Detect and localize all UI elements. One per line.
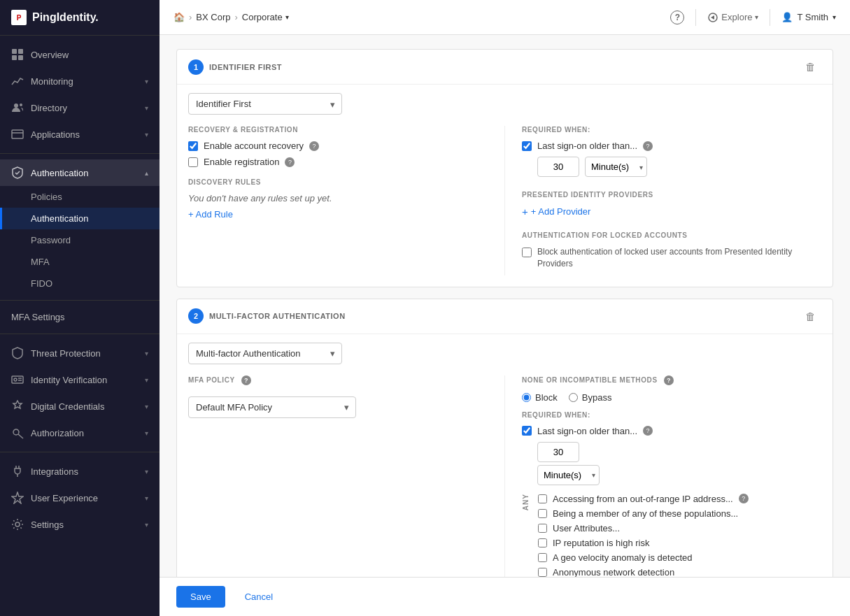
step-badge-2: 2	[188, 308, 204, 324]
last-signon-label-2[interactable]: Last sign-on older than...	[537, 426, 637, 436]
sidebar-item-authentication[interactable]: Authentication ▴	[0, 159, 160, 186]
mfa-policy-dropdown[interactable]: Default MFA Policy	[188, 396, 356, 418]
condition-checkbox-5[interactable]	[538, 568, 547, 577]
logo-area: P PingIdentity.	[0, 0, 160, 36]
sidebar-sub-fido[interactable]: FIDO	[0, 273, 160, 294]
save-button[interactable]: Save	[176, 586, 225, 608]
delete-block-2-button[interactable]: 🗑	[800, 308, 821, 325]
sidebar-item-overview[interactable]: Overview	[0, 41, 160, 68]
last-signon-value-1[interactable]	[537, 157, 579, 177]
explore-button[interactable]: Explore ▾	[707, 12, 758, 23]
bypass-radio-label: Bypass	[582, 392, 612, 403]
sidebar-item-applications[interactable]: Applications ▾	[0, 121, 160, 148]
sidebar-item-authorization[interactable]: Authorization ▾	[0, 420, 160, 446]
last-signon-help-icon-2[interactable]: ?	[643, 426, 653, 436]
sidebar-sub-policies[interactable]: Policies	[0, 186, 160, 208]
selector-select-2[interactable]: Multi-factor Authentication	[188, 343, 342, 364]
none-incompatible-help-icon[interactable]: ?	[664, 375, 674, 385]
last-signon-unit-wrap-1[interactable]: Minute(s) Hour(s) Day(s)	[585, 157, 647, 177]
sidebar-mfa-settings-label: MFA Settings	[11, 312, 65, 322]
last-signon-checkbox-1[interactable]	[522, 141, 532, 151]
key-icon	[11, 427, 24, 439]
bypass-radio[interactable]	[569, 393, 578, 402]
last-signon-unit-select-1[interactable]: Minute(s) Hour(s) Day(s)	[585, 157, 647, 177]
breadcrumb-org[interactable]: BX Corp	[196, 12, 230, 22]
last-signon-unit-wrap-2[interactable]: Minute(s) Hour(s) Day(s)	[537, 465, 600, 485]
selector-dropdown-2[interactable]: Multi-factor Authentication	[188, 343, 342, 364]
mfa-policy-section-label: MFA POLICY ?	[188, 375, 488, 385]
condition-label-0: Accessing from an out-of-range IP addres…	[553, 494, 733, 504]
sidebar-item-overview-label: Overview	[31, 50, 69, 60]
required-when-section-2: REQUIRED WHEN: Last sign-on older than..…	[522, 411, 821, 485]
breadcrumb-env-chevron: ▾	[285, 13, 289, 21]
sidebar-item-user-experience[interactable]: User Experience ▾	[0, 485, 160, 511]
enable-account-recovery-checkbox[interactable]	[188, 141, 198, 151]
last-signon-help-icon-1[interactable]: ?	[643, 141, 653, 151]
sidebar-item-monitoring-label: Monitoring	[31, 76, 73, 87]
svg-marker-15	[12, 492, 23, 503]
delete-block-1-button[interactable]: 🗑	[800, 58, 821, 76]
selector-dropdown-1[interactable]: Identifier First	[188, 93, 342, 115]
required-when-label-1: REQUIRED WHEN:	[522, 126, 821, 134]
help-button[interactable]: ?	[670, 10, 684, 24]
last-signon-label-1[interactable]: Last sign-on older than...	[537, 141, 637, 151]
main-area: 🏠 › BX Corp › Corporate ▾ ? Explore ▾ 👤 …	[160, 0, 850, 616]
applications-chevron: ▾	[145, 131, 148, 138]
sidebar-item-applications-label: Applications	[31, 129, 80, 140]
step-title-1: IDENTIFIER FIRST	[209, 63, 282, 71]
logo-icon: P	[11, 10, 27, 25]
user-menu[interactable]: 👤 T Smith ▾	[781, 12, 836, 22]
block-radio[interactable]	[522, 393, 531, 402]
bypass-radio-option[interactable]: Bypass	[569, 392, 612, 403]
policy-block-2: 2 MULTI-FACTOR AUTHENTICATION 🗑 Multi-fa…	[176, 299, 833, 577]
none-incompatible-section: NONE OR INCOMPATIBLE METHODS ? Block Byp…	[522, 375, 821, 403]
block-radio-option[interactable]: Block	[522, 392, 558, 403]
sidebar-item-integrations[interactable]: Integrations ▾	[0, 458, 160, 485]
enable-account-recovery-label[interactable]: Enable account recovery	[204, 141, 304, 151]
condition-checkbox-0[interactable]	[538, 494, 547, 503]
sidebar-item-directory[interactable]: Directory ▾	[0, 94, 160, 121]
none-incompatible-radio-group: Block Bypass	[522, 392, 821, 403]
shield-icon	[11, 347, 24, 359]
last-signon-value-2[interactable]	[537, 442, 579, 462]
breadcrumb-env[interactable]: Corporate ▾	[242, 12, 289, 22]
home-icon[interactable]: 🏠	[173, 12, 185, 22]
sidebar-item-settings[interactable]: Settings ▾	[0, 511, 160, 538]
add-provider-label: + Add Provider	[531, 206, 591, 217]
breadcrumb-env-label: Corporate	[242, 12, 283, 22]
sidebar-item-user-experience-label: User Experience	[31, 493, 98, 503]
enable-account-recovery-help-icon[interactable]: ?	[309, 141, 319, 151]
sidebar-mfa-settings[interactable]: MFA Settings	[0, 306, 160, 328]
sidebar-sub-authentication[interactable]: Authentication	[0, 208, 160, 229]
block-locked-label[interactable]: Block authentication of locked user acco…	[537, 246, 821, 270]
last-signon-checkbox-2[interactable]	[522, 426, 532, 436]
cancel-button[interactable]: Cancel	[234, 586, 284, 608]
sidebar-sub-password[interactable]: Password	[0, 229, 160, 251]
conditions-list: Accessing from an out-of-range IP addres…	[538, 494, 749, 577]
none-incompatible-label: NONE OR INCOMPATIBLE METHODS ?	[522, 375, 821, 385]
condition-checkbox-4[interactable]	[538, 553, 547, 562]
add-rule-link[interactable]: + Add Rule	[188, 209, 233, 220]
condition-checkbox-2[interactable]	[538, 524, 547, 533]
block-locked-checkbox[interactable]	[522, 248, 532, 257]
condition-checkbox-1[interactable]	[538, 509, 547, 518]
add-provider-link[interactable]: + + Add Provider	[522, 206, 590, 217]
condition-0-help-icon[interactable]: ?	[739, 494, 749, 503]
last-signon-unit-select-2[interactable]: Minute(s) Hour(s) Day(s)	[537, 465, 600, 485]
presented-providers-section: PRESENTED IDENTITY PROVIDERS + + Add Pro…	[522, 191, 821, 217]
enable-registration-label[interactable]: Enable registration	[204, 157, 279, 167]
mfa-policy-help-icon[interactable]: ?	[241, 375, 251, 385]
enable-registration-help-icon[interactable]: ?	[285, 157, 295, 167]
sidebar-item-monitoring[interactable]: Monitoring ▾	[0, 68, 160, 94]
svg-marker-18	[711, 15, 714, 20]
selector-select-1[interactable]: Identifier First	[188, 93, 342, 115]
enable-registration-checkbox[interactable]	[188, 157, 198, 167]
sidebar-item-digital-credentials[interactable]: Digital Credentials ▾	[0, 393, 160, 420]
mfa-policy-select[interactable]: Default MFA Policy	[188, 396, 356, 418]
star-icon	[11, 492, 24, 504]
sidebar-sub-mfa[interactable]: MFA	[0, 251, 160, 273]
condition-checkbox-3[interactable]	[538, 538, 547, 547]
sidebar-item-threat-protection[interactable]: Threat Protection ▾	[0, 340, 160, 366]
digital-credentials-chevron: ▾	[145, 403, 148, 410]
sidebar-item-identity-verification[interactable]: Identity Verification ▾	[0, 366, 160, 393]
